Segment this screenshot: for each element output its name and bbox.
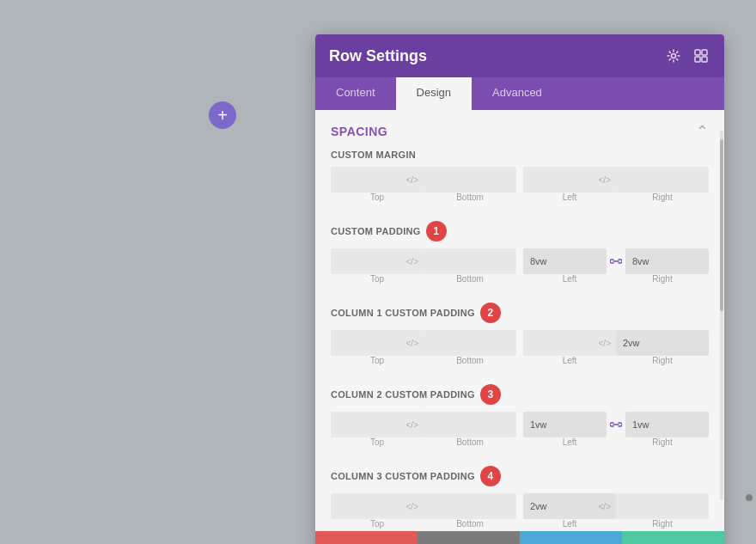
col3-right-label: Right (616, 519, 709, 529)
col2-padding-group: Column 2 Custom Padding 3 </> (331, 384, 709, 447)
margin-bottom-input[interactable] (424, 167, 516, 193)
col3-top-wrapper: </> (331, 493, 424, 519)
col1-bottom-input[interactable] (424, 330, 516, 356)
padding-top-bottom: </> (331, 248, 516, 274)
col2-padding-label: Column 2 Custom Padding (331, 389, 475, 400)
svg-rect-4 (702, 57, 707, 62)
padding-top-label: Top (331, 274, 424, 284)
col1-bottom-label: Bottom (424, 356, 516, 365)
col1-left-right: </> (523, 330, 709, 356)
margin-field-labels: Top Bottom Left Right (331, 193, 709, 202)
col3-right-input[interactable] (616, 493, 709, 519)
page-scroll-indicator (746, 494, 753, 501)
col1-left-icon: </> (599, 339, 611, 348)
panel-header-icons (664, 46, 710, 65)
padding-right-label: Right (616, 274, 709, 284)
panel-header: Row Settings (315, 34, 724, 77)
section-collapse-icon[interactable]: ⌃ (696, 122, 709, 141)
col3-padding-label: Column 3 Custom Padding (331, 471, 475, 481)
col1-top-label: Top (331, 356, 424, 365)
col1-left-label: Left (523, 356, 616, 365)
margin-left-icon: </> (599, 175, 611, 185)
custom-padding-label: Custom Padding (331, 226, 421, 236)
col1-padding-badge: 2 (480, 303, 501, 323)
svg-rect-3 (695, 57, 700, 62)
padding-top-icon: </> (406, 257, 418, 266)
col3-top-icon: </> (406, 502, 418, 511)
col3-padding-badge: 4 (480, 466, 501, 486)
col3-top-label: Top (331, 519, 424, 529)
col2-padding-inputs: </> (331, 412, 709, 437)
col1-padding-inputs: </> </> (331, 330, 709, 356)
padding-right-input[interactable] (625, 248, 709, 274)
col1-padding-group: Column 1 Custom Padding 2 </> (331, 303, 709, 365)
tab-bar: Content Design Advanced (315, 77, 724, 110)
svg-rect-1 (695, 50, 700, 55)
padding-bottom-label: Bottom (424, 274, 516, 284)
col3-right-wrapper (616, 493, 709, 519)
col2-bottom-input[interactable] (424, 412, 516, 437)
col3-left-right: </> (523, 493, 709, 519)
custom-padding-inputs: </> (331, 248, 709, 274)
spacing-section-header[interactable]: Spacing ⌃ (315, 110, 724, 150)
custom-margin-inputs: </> </> (331, 167, 709, 193)
padding-bottom-input[interactable] (424, 248, 516, 274)
scrollbar-track[interactable] (720, 131, 723, 500)
col1-top-icon: </> (406, 339, 418, 348)
col2-top-label: Top (331, 437, 424, 447)
add-section-button[interactable]: + (209, 101, 236, 129)
expand-icon[interactable] (692, 46, 710, 65)
padding-link-icon[interactable] (607, 248, 625, 274)
col2-bottom-wrapper (424, 412, 516, 437)
padding-right-wrapper (625, 248, 709, 274)
cancel-button[interactable]: ✕ (315, 531, 418, 544)
reset-button[interactable]: ↺ (418, 531, 520, 544)
custom-padding-badge: 1 (426, 221, 447, 241)
col1-top-bottom: </> (331, 330, 516, 356)
margin-right-input[interactable] (616, 167, 709, 193)
tab-design[interactable]: Design (396, 77, 472, 110)
tab-advanced[interactable]: Advanced (472, 77, 563, 110)
custom-margin-label: Custom Margin (331, 150, 709, 160)
col2-left-right (523, 412, 709, 437)
col2-left-input[interactable] (523, 412, 607, 437)
col1-field-labels: Top Bottom Left Right (331, 356, 709, 365)
col2-right-label: Right (616, 437, 709, 447)
col2-bottom-label: Bottom (424, 437, 516, 447)
custom-margin-group: Custom Margin </> (331, 150, 709, 202)
svg-rect-2 (702, 50, 707, 55)
custom-padding-group: Custom Padding 1 </> (331, 221, 709, 284)
scrollbar-thumb[interactable] (720, 139, 723, 311)
margin-right-wrapper (616, 167, 709, 193)
padding-top-wrapper: </> (331, 248, 424, 274)
col1-top-wrapper: </> (331, 330, 424, 356)
col2-top-wrapper: </> (331, 412, 424, 437)
row-settings-panel: Row Settings (315, 34, 724, 544)
col2-top-icon: </> (406, 420, 418, 430)
tab-content[interactable]: Content (315, 77, 396, 110)
col3-padding-group: Column 3 Custom Padding 4 </> (331, 466, 709, 529)
settings-icon[interactable] (664, 46, 683, 65)
padding-left-right (523, 248, 709, 274)
col3-bottom-input[interactable] (424, 493, 516, 519)
col1-right-wrapper (616, 330, 709, 356)
padding-field-labels: Top Bottom Left Right (331, 274, 709, 284)
save-button[interactable]: ✓ (622, 531, 724, 544)
col2-right-wrapper (625, 412, 709, 437)
margin-left-right: </> (523, 167, 709, 193)
col1-right-label: Right (616, 356, 709, 365)
panel-footer: ✕ ↺ ↻ ✓ (315, 531, 724, 544)
margin-top-bottom: </> (331, 167, 516, 193)
col1-right-input[interactable] (616, 330, 709, 356)
padding-left-input[interactable] (523, 248, 607, 274)
col3-padding-inputs: </> </> (331, 493, 709, 519)
margin-right-label: Right (616, 193, 709, 202)
col3-bottom-wrapper (424, 493, 516, 519)
col1-padding-label: Column 1 Custom Padding (331, 308, 475, 318)
col1-bottom-wrapper (424, 330, 516, 356)
col2-link-icon[interactable] (607, 412, 625, 437)
col2-left-label: Left (523, 437, 616, 447)
margin-bottom-label: Bottom (424, 193, 516, 202)
col2-right-input[interactable] (625, 412, 709, 437)
redo-button[interactable]: ↻ (520, 531, 622, 544)
